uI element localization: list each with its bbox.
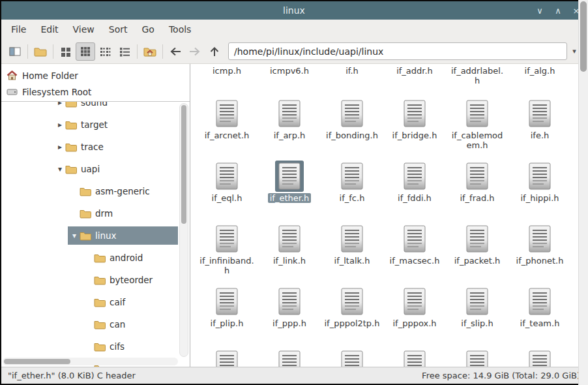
tree-item[interactable]: byteorder — [1, 269, 190, 291]
file-item[interactable]: if_team.h — [508, 278, 571, 341]
file-item[interactable]: if.h — [321, 64, 383, 90]
scrollbar-thumb[interactable] — [4, 359, 70, 364]
detailed-view-button[interactable] — [115, 42, 134, 61]
menu-file[interactable]: File — [4, 22, 33, 37]
file-item[interactable]: if_slip.h — [446, 278, 508, 341]
new-tab-button[interactable] — [5, 42, 25, 61]
menu-view[interactable]: View — [66, 22, 102, 37]
file-icon-area — [463, 98, 492, 129]
file-item[interactable]: if_fddi.h — [383, 153, 446, 215]
file-item[interactable]: if_addrlabel.h — [446, 64, 508, 90]
tree-item[interactable]: android — [1, 247, 190, 269]
menu-sort[interactable]: Sort — [102, 22, 135, 37]
file-row: if_eql.h if_ether.h — [196, 153, 577, 215]
new-folder-button[interactable] — [31, 42, 50, 61]
file-item[interactable]: if_link.h — [258, 215, 321, 278]
file-item[interactable]: icmpv6.h — [258, 64, 321, 90]
scrollbar-thumb[interactable] — [181, 105, 186, 224]
file-item-label: if_addrlabel.h — [447, 66, 507, 85]
tree-item[interactable]: drm — [1, 202, 190, 224]
file-icon-area — [400, 98, 429, 129]
up-button[interactable] — [205, 42, 224, 61]
file-item[interactable]: if_arp.h — [258, 90, 321, 153]
place-filesystem-root[interactable]: Filesystem Root — [1, 84, 190, 100]
file-item-label: if_fc.h — [338, 193, 367, 203]
compact-view-button[interactable] — [95, 42, 115, 61]
home-button[interactable] — [140, 42, 160, 61]
tree-item[interactable]: ▾ linux — [1, 224, 190, 247]
file-item[interactable]: if_frad.h — [446, 153, 508, 215]
file-item-label: if_pppol2tp.h — [322, 318, 381, 328]
expander-icon[interactable]: ▸ — [55, 102, 65, 107]
file-item[interactable]: if_bonding.h — [321, 90, 383, 153]
file-item[interactable]: if_hippi.h — [508, 153, 571, 215]
tree-item[interactable]: ▸ target — [1, 114, 190, 136]
menu-tools[interactable]: Tools — [162, 22, 199, 37]
tree-vertical-scrollbar[interactable] — [179, 103, 188, 357]
expander-icon[interactable]: ▾ — [69, 231, 80, 240]
expander-icon[interactable]: ▸ — [55, 120, 65, 129]
file-item[interactable]: if_ether.h — [258, 153, 321, 215]
tree-item[interactable]: asm-generic — [1, 180, 190, 202]
tree-item-label: android — [110, 253, 143, 263]
up-arrow-icon — [210, 46, 219, 57]
file-item[interactable] — [258, 341, 321, 367]
tree-item[interactable]: ▾ uapi — [1, 158, 190, 180]
small-icon-view-icon — [61, 46, 71, 57]
file-item[interactable]: if_infiniband.h — [196, 215, 258, 278]
file-item[interactable]: if_addr.h — [383, 64, 446, 90]
file-icon-area — [338, 161, 366, 192]
file-item[interactable]: if_arcnet.h — [196, 90, 258, 153]
file-item[interactable] — [383, 341, 446, 367]
file-item[interactable]: if_macsec.h — [383, 215, 446, 278]
file-item[interactable] — [321, 341, 383, 367]
file-item[interactable]: if_phonet.h — [508, 215, 571, 278]
file-item[interactable]: if_packet.h — [446, 215, 508, 278]
menu-edit[interactable]: Edit — [33, 22, 65, 37]
file-item[interactable]: if_cablemodem.h — [446, 90, 508, 153]
file-item[interactable] — [446, 341, 508, 367]
file-item[interactable] — [196, 341, 258, 367]
forward-button[interactable] — [185, 42, 205, 61]
folder-icon — [65, 164, 77, 174]
file-item[interactable]: if_fc.h — [321, 153, 383, 215]
titlebar[interactable]: linux ∨ ∧ × — [1, 1, 587, 20]
tree-item[interactable]: ▸ sound — [1, 102, 190, 114]
menu-go[interactable]: Go — [135, 22, 162, 37]
expander-icon[interactable]: ▾ — [55, 164, 65, 174]
place-home-folder[interactable]: Home Folder — [1, 67, 190, 84]
tree-item[interactable]: caif — [1, 291, 190, 313]
tree-item[interactable]: can — [1, 313, 190, 335]
document-icon — [466, 288, 488, 315]
document-icon — [216, 100, 238, 127]
tree-item[interactable]: cifs — [1, 335, 190, 358]
file-item[interactable]: if_pppol2tp.h — [321, 278, 383, 341]
file-item[interactable]: icmp.h — [196, 64, 258, 90]
expander-icon[interactable]: ▸ — [55, 142, 65, 151]
file-icon-area — [463, 286, 492, 317]
minimize-button[interactable]: ∨ — [535, 6, 545, 16]
tree-horizontal-scrollbar[interactable] — [3, 358, 178, 365]
file-item[interactable]: if_ltalk.h — [321, 215, 383, 278]
file-item[interactable]: if_eql.h — [196, 153, 258, 215]
file-item[interactable]: if_ppp.h — [258, 278, 321, 341]
file-item-label: if.h — [344, 66, 360, 76]
small-icon-view-button[interactable] — [56, 42, 76, 61]
file-item[interactable]: ife.h — [508, 90, 571, 153]
folder-icon — [65, 120, 77, 130]
file-item[interactable]: if_bridge.h — [383, 90, 446, 153]
file-item[interactable]: if_plip.h — [196, 278, 258, 341]
back-button[interactable] — [166, 42, 185, 61]
place-label: Filesystem Root — [22, 87, 91, 97]
file-item[interactable] — [508, 341, 571, 367]
icon-view-button[interactable] — [76, 42, 95, 61]
tree-item[interactable]: ▸ trace — [1, 136, 190, 158]
maximize-button[interactable]: ∧ — [553, 6, 563, 16]
document-icon — [341, 100, 363, 127]
file-item[interactable]: if_alg.h — [508, 64, 571, 90]
scrollbar-thumb[interactable] — [580, 1, 587, 72]
path-input[interactable] — [228, 42, 567, 60]
main-vertical-scrollbar[interactable] — [578, 0, 588, 385]
file-item[interactable]: if_pppox.h — [383, 278, 446, 341]
file-icon-area — [525, 223, 554, 254]
